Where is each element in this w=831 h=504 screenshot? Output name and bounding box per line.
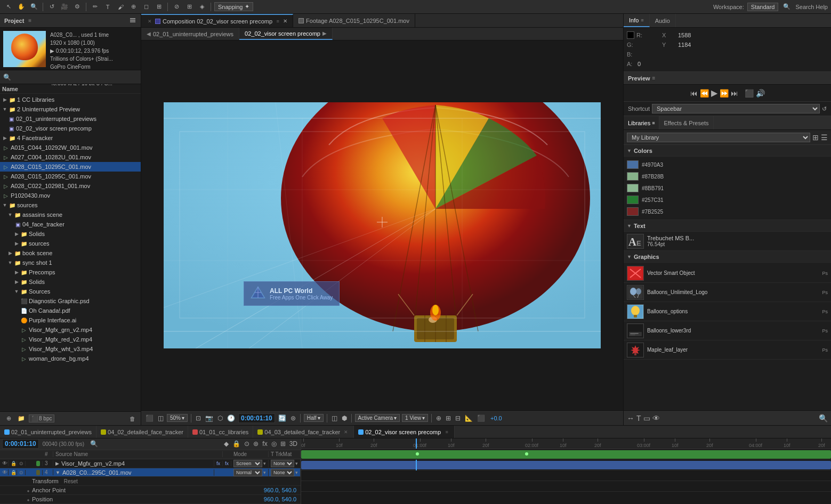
hand-tool-icon[interactable]: ✋ (16, 2, 27, 12)
layer-3-fx-btn[interactable]: fx (214, 461, 223, 466)
libraries-tab-menu-icon[interactable]: ≡ (652, 120, 655, 126)
delete-icon[interactable]: 🗑 (127, 413, 138, 424)
project-search-input[interactable] (13, 74, 138, 80)
bottom-tab-02-02[interactable]: 02_02_visor screen precomp ≡ (354, 426, 455, 438)
layer-3-trkmat-select[interactable]: None (271, 460, 294, 467)
lib-sync-icon[interactable]: ↔ (627, 414, 634, 422)
clock-icon[interactable]: 🕐 (226, 414, 236, 422)
new-folder-icon[interactable]: 📁 (16, 413, 27, 424)
lib-list-view-icon[interactable]: ☰ (821, 133, 828, 142)
tree-item-visor-grn[interactable]: ▷ Visor_Mgfx_grn_v2.mp4 (0, 325, 141, 335)
brush-tool-icon[interactable]: 🖌 (115, 2, 126, 12)
search-help-label[interactable]: Search Help (795, 4, 828, 10)
tab-menu-comp[interactable]: ≡ (275, 18, 281, 25)
tree-item-oh-canada[interactable]: 📄 Oh Canada!.pdf (0, 306, 141, 315)
tab-effects-presets[interactable]: Effects & Presets (659, 116, 713, 129)
timeline-solo-icon[interactable]: ⊙ (243, 440, 251, 448)
bottom-tab-04-02[interactable]: 04_02_detailed_face_tracker (96, 426, 188, 438)
graphic-row-vs-obj[interactable]: Vector Smart Object Ps (624, 264, 831, 283)
shape-tool-2-icon[interactable]: ⊞ (184, 2, 195, 12)
layer-4-eye[interactable]: 👁 (0, 469, 9, 475)
shortcut-reset-icon[interactable]: ↺ (822, 105, 827, 112)
tab-info[interactable]: Info ≡ (624, 14, 650, 27)
tree-item-facetracker[interactable]: ▶ 📁 4 Facetracker (0, 133, 141, 143)
select-tool-icon[interactable]: ↖ (3, 2, 14, 12)
text-style-row-1[interactable]: A E Trebuchet MS B... 76.54pt (624, 232, 831, 251)
mask-view-icon[interactable]: ⊕ (435, 414, 442, 422)
tab-close-comp[interactable]: ✕ (147, 18, 153, 25)
subtab-02-02[interactable]: 02_02_visor screen precomp ▶ (239, 28, 333, 40)
tree-item-visor-wht[interactable]: ▷ Visor_Mgfx_wht_v3.mp4 (0, 344, 141, 354)
tree-item-solids2[interactable]: ▶ 📁 Solids (0, 277, 141, 287)
color-row-2[interactable]: #87B28B (627, 170, 828, 182)
tab-close-04-03[interactable]: ✕ (343, 429, 349, 435)
shortcut-dropdown[interactable]: Spacebar (652, 104, 820, 113)
tree-item-purple-interface[interactable]: 🟠 Purple Interface.ai (0, 315, 141, 325)
tree-item-sources3[interactable]: ▼ 📁 Sources (0, 287, 141, 296)
tree-item-visor-red[interactable]: ▷ Visor_Mgfx_red_v2.mp4 (0, 335, 141, 344)
tree-item-uninterrupted[interactable]: ▼ 📁 2 Uninterrupted Preview (0, 104, 141, 114)
tree-item-02-02[interactable]: ▣ 02_02_visor screen precomp (0, 124, 141, 133)
transform-reset-btn[interactable]: Reset (62, 478, 80, 484)
tree-item-a028-selected[interactable]: ▷ A028_C015_10295C_001.mov (0, 162, 141, 172)
zoom-tool-icon[interactable]: 🔍 (29, 2, 39, 12)
subtab-02-01[interactable]: ◀ 02_01_uninterrupted_previews (141, 28, 239, 40)
lib-text-tool-icon[interactable]: T (636, 414, 641, 422)
layer-3-mode-select[interactable]: Screen (233, 460, 262, 467)
tab-footage-view[interactable]: Footage A028_C015_10295C_001.mov (293, 14, 415, 27)
preview-menu-icon[interactable]: ≡ (652, 75, 656, 81)
layer-4-label[interactable] (34, 470, 43, 475)
grid-icon[interactable]: ⊟ (454, 414, 462, 422)
transparency-icon[interactable]: ⬢ (341, 414, 348, 422)
workspace-dropdown[interactable]: Standard (747, 3, 779, 11)
lib-grid-view-icon[interactable]: ⊞ (812, 133, 819, 142)
color-row-5[interactable]: #7B2525 (627, 206, 828, 217)
layer-4-trkmat[interactable]: None ▾ (269, 469, 301, 476)
tab-audio[interactable]: Audio (650, 14, 676, 27)
track-row-3[interactable] (301, 449, 831, 460)
bottom-tab-01-01[interactable]: 01_01_cc_libraries (188, 426, 253, 438)
tree-item-diagnostic[interactable]: ⬛ Diagnostic Graphic.psd (0, 296, 141, 306)
camera-tool-icon[interactable]: 🎥 (59, 2, 70, 12)
layer-3-label[interactable] (34, 461, 43, 466)
text-section-header[interactable]: ▼ Text (624, 220, 831, 232)
project-tree[interactable]: ▶ 📁 1 CC Libraries ▼ 📁 2 Uninterrupted P… (0, 94, 141, 411)
preview-prev-frame-btn[interactable]: ⏪ (700, 89, 709, 97)
tree-item-p102[interactable]: ▷ P1020430.mov (0, 191, 141, 200)
pen-tool-icon[interactable]: ✏ (90, 2, 100, 12)
tree-item-assasins[interactable]: ▼ 📁 assasins scene (0, 210, 141, 220)
color-row-1[interactable]: #4970A3 (627, 159, 828, 170)
timeline-marker-icon[interactable]: ◆ (223, 440, 230, 448)
view-count-dropdown[interactable]: 1 View ▾ (402, 414, 428, 422)
layer-row-3[interactable]: 👁 🔒 ⊙ 3 ▶ Visor_Mg (0, 459, 301, 468)
layer-3-lock[interactable]: 🔒 (9, 461, 17, 466)
layer-3-solo[interactable]: ⊙ (17, 461, 26, 466)
cache-icon[interactable]: ⊛ (289, 414, 297, 422)
tree-item-sources2[interactable]: ▶ 📁 sources (0, 239, 141, 248)
bottom-tab-02-01[interactable]: 02_01_uninterrupted_previews (0, 426, 96, 438)
settings-tool-icon[interactable]: ⚙ (72, 2, 83, 12)
timeline-lock-icon[interactable]: 🔒 (231, 440, 241, 448)
preview-to-start-btn[interactable]: ⏮ (690, 89, 698, 97)
snapping-button[interactable]: Snapping ✦ (214, 2, 253, 11)
shape-tool-1-icon[interactable]: ⊘ (171, 2, 182, 12)
loop-icon[interactable]: 🔄 (277, 414, 287, 422)
preview-play-btn[interactable]: ▶ (711, 88, 717, 98)
show-channel-icon[interactable]: ⬡ (216, 414, 224, 422)
layer-4-lock[interactable]: 🔒 (9, 470, 17, 475)
tree-item-a028b[interactable]: ▷ A028_C015_10295C_001.mov (0, 172, 141, 181)
color-row-3[interactable]: #8BB791 (627, 182, 828, 194)
timeline-motion-icon[interactable]: ◎ (270, 440, 278, 448)
puppet-tool-icon[interactable]: ⊞ (154, 2, 164, 12)
timeline-switch-icon[interactable]: ⊛ (252, 440, 260, 448)
graphic-row-balloons-options[interactable]: Balloons_options Ps (624, 302, 831, 321)
fit-view-icon[interactable]: ⊡ (195, 414, 202, 422)
preview-audio-icon[interactable]: 🔊 (756, 89, 765, 97)
graphic-row-balloons-lower[interactable]: Balloons_lower3rd Ps (624, 321, 831, 340)
timeline-adj-icon[interactable]: ⊞ (279, 440, 287, 448)
tree-item-book-scene[interactable]: ▶ 📁 book scene (0, 248, 141, 258)
tree-item-a015[interactable]: ▷ A015_C044_10292W_001.mov (0, 143, 141, 152)
anchor-value[interactable]: 960.0, 540.0 (264, 487, 296, 493)
preview-output-icon[interactable]: ⬛ (745, 89, 754, 97)
search-icon[interactable]: 🔍 (781, 2, 792, 12)
